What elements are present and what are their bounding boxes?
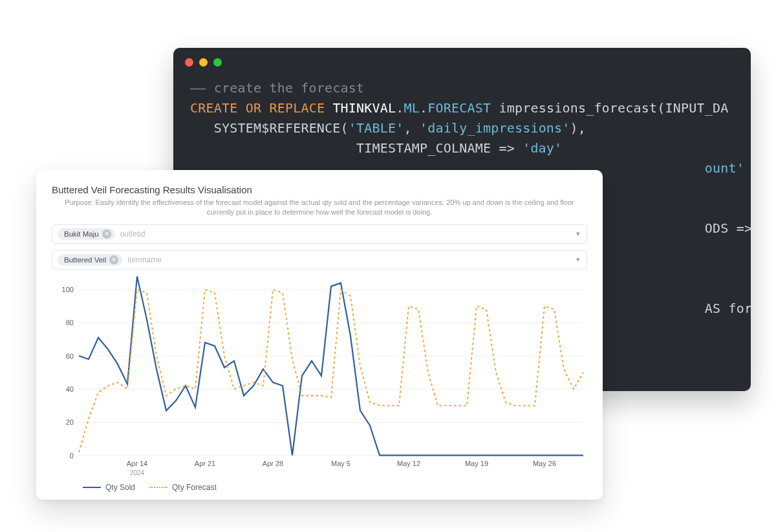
remove-chip-icon[interactable]: ✕ <box>109 255 118 264</box>
svg-text:40: 40 <box>66 385 74 393</box>
svg-text:Apr 28: Apr 28 <box>263 459 283 467</box>
chip-label: Bukit Maju <box>64 230 99 238</box>
svg-text:60: 60 <box>66 352 74 359</box>
legend-swatch-solid <box>83 487 101 488</box>
forecast-results-card: Buttered Veil Forecasting Results Visual… <box>36 170 603 500</box>
legend-item-forecast: Qty Forecast <box>149 483 217 492</box>
close-icon[interactable] <box>185 58 193 67</box>
svg-text:80: 80 <box>66 319 74 326</box>
legend-label: Qty Sold <box>105 483 135 492</box>
filter-placeholder: itemname <box>127 255 162 264</box>
filter-chip-outlet[interactable]: Bukit Maju ✕ <box>58 228 115 240</box>
svg-text:Apr 21: Apr 21 <box>195 459 215 467</box>
legend-swatch-dotted <box>149 487 167 488</box>
filter-placeholder: outletid <box>120 229 146 239</box>
svg-text:2024: 2024 <box>130 469 145 476</box>
chevron-down-icon[interactable]: ▾ <box>576 255 580 264</box>
maximize-icon[interactable] <box>213 58 222 67</box>
forecast-chart: 020406080100Apr 14Apr 21Apr 28May 5May 1… <box>52 276 587 480</box>
chevron-down-icon[interactable]: ▾ <box>576 229 580 238</box>
legend-label: Qty Forecast <box>172 483 217 492</box>
svg-text:Apr 14: Apr 14 <box>127 459 147 467</box>
card-title: Buttered Veil Forecasting Results Visual… <box>52 184 587 195</box>
chip-label: Buttered Veil <box>64 256 106 264</box>
remove-chip-icon[interactable]: ✕ <box>102 229 111 239</box>
minimize-icon[interactable] <box>199 58 208 67</box>
svg-text:20: 20 <box>66 418 74 426</box>
chart-legend: Qty Sold Qty Forecast <box>52 480 587 495</box>
svg-text:May 26: May 26 <box>533 459 556 467</box>
legend-item-sold: Qty Sold <box>83 483 135 492</box>
filter-outletid[interactable]: Bukit Maju ✕ outletid ▾ <box>52 224 587 244</box>
svg-text:100: 100 <box>62 286 74 293</box>
window-traffic-lights <box>173 48 751 72</box>
filter-chip-item[interactable]: Buttered Veil ✕ <box>58 254 122 266</box>
svg-text:May 5: May 5 <box>331 459 350 467</box>
svg-text:May 19: May 19 <box>465 459 488 467</box>
svg-text:May 12: May 12 <box>397 459 420 467</box>
card-purpose: Purpose: Easily identify the effectivene… <box>61 198 578 218</box>
filter-itemname[interactable]: Buttered Veil ✕ itemname ▾ <box>52 250 587 270</box>
svg-text:0: 0 <box>70 451 74 459</box>
